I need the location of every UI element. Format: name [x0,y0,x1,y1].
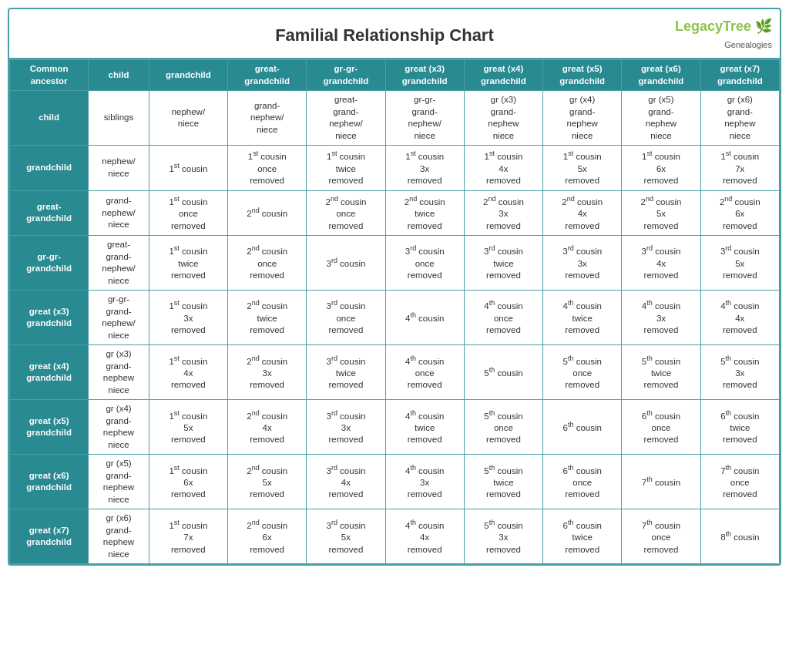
cell: 1st cousin5xremoved [149,400,227,455]
relationship-table: Commonancestor child grandchild great-gr… [9,59,780,564]
cell: gr (x6)grand-nephewniece [89,509,149,564]
cell: 5th cousintwiceremoved [464,455,542,509]
cell: 1st cousin6xremoved [149,455,227,509]
cell: 1st cousin5xremoved [543,146,622,190]
header-row: Commonancestor child grandchild great-gr… [10,60,780,91]
cell: 1st cousin6xremoved [622,146,700,190]
chart-header: Familial Relationship Chart LegacyTree 🌿… [9,9,780,59]
cell: 3rd cousin4xremoved [307,455,385,509]
col-header-great-x6: great (x6)grandchild [622,60,700,91]
cell: gr (x5)grand-nephewniece [89,455,149,509]
row-header: great-grandchild [10,190,89,235]
cell: 5th cousin3xremoved [700,345,779,400]
table-row: gr-gr-grandchildgreat-grand-nephew/niece… [10,236,780,291]
cell: 1st cousintwiceremoved [307,146,385,190]
row-header: great (x4)grandchild [10,345,89,400]
logo-text: LegacyTree 🌿Genealogies [675,18,772,51]
cell: nephew/niece [89,146,149,190]
cell: siblings [89,91,149,146]
cell: 4th cousintwiceremoved [543,291,622,345]
table-row: great (x3)grandchildgr-gr-grand-nephew/n… [10,291,780,345]
cell: 3rd cousin3xremoved [543,236,622,291]
cell: 6th cousintwiceremoved [543,509,622,564]
cell: 4th cousin4xremoved [700,291,779,345]
cell: 2nd cousin6xremoved [228,509,307,564]
col-header-child: child [89,60,149,91]
cell: 2nd cousinonceremoved [307,190,385,235]
cell: 2nd cousin5xremoved [622,190,700,235]
cell: 1st cousin4xremoved [149,345,227,400]
cell: 5th cousinonceremoved [464,400,542,455]
cell: 3rd cousin5xremoved [700,236,779,291]
cell: gr-gr-grand-nephew/niece [89,291,149,345]
cell: 1st cousinonceremoved [149,190,227,235]
col-header-great-grandchild: great-grandchild [228,60,307,91]
cell: 7th cousin [622,455,700,509]
cell: 3rd cousin4xremoved [622,236,700,291]
cell: 2nd cousin5xremoved [228,455,307,509]
cell: 3rd cousin3xremoved [307,400,385,455]
col-header-ancestor: Commonancestor [10,60,89,91]
col-header-grandchild: grandchild [149,60,227,91]
cell: 2nd cousintwiceremoved [385,190,464,235]
cell: 3rd cousinonceremoved [307,291,385,345]
cell: 3rd cousintwiceremoved [464,236,542,291]
chart-title: Familial Relationship Chart [94,25,675,45]
cell: 4th cousin4xremoved [385,509,464,564]
table-row: great (x4)grandchildgr (x3)grand-nephewn… [10,345,780,400]
table-row: childsiblingsnephew/niecegrand-nephew/ni… [10,91,780,146]
row-header: great (x5)grandchild [10,400,89,455]
row-header: great (x3)grandchild [10,291,89,345]
chart-wrapper: Familial Relationship Chart LegacyTree 🌿… [8,8,781,566]
cell: 5th cousin [464,345,542,400]
cell: 6th cousinonceremoved [543,455,622,509]
col-header-gr-gr-grandchild: gr-gr-grandchild [307,60,385,91]
cell: 3rd cousintwiceremoved [307,345,385,400]
cell: 4th cousinonceremoved [464,291,542,345]
cell: 7th cousinonceremoved [700,455,779,509]
col-header-great-x5: great (x5)grandchild [543,60,622,91]
cell: 8th cousin [700,509,779,564]
col-header-great-x3: great (x3)grandchild [385,60,464,91]
cell: 1st cousin3xremoved [385,146,464,190]
cell: 1st cousin4xremoved [464,146,542,190]
cell: gr (x6)grand-nephewniece [700,91,779,146]
cell: nephew/niece [149,91,227,146]
cell: 2nd cousin6xremoved [700,190,779,235]
cell: 1st cousintwiceremoved [149,236,227,291]
cell: 4th cousin3xremoved [622,291,700,345]
table-row: grandchildnephew/niece1st cousin1st cous… [10,146,780,190]
table-row: great (x5)grandchildgr (x4)grand-nephewn… [10,400,780,455]
cell: grand-nephew/niece [228,91,307,146]
cell: 1st cousinonceremoved [228,146,307,190]
cell: 2nd cousin [228,190,307,235]
row-header: great (x7)grandchild [10,509,89,564]
table-row: great (x6)grandchildgr (x5)grand-nephewn… [10,455,780,509]
cell: 4th cousin [385,291,464,345]
cell: 1st cousin3xremoved [149,291,227,345]
cell: 4th cousintwiceremoved [385,400,464,455]
cell: 1st cousin [149,146,227,190]
row-header: grandchild [10,146,89,190]
cell: gr (x5)grand-nephewniece [622,91,700,146]
cell: 3rd cousin [307,236,385,291]
cell: 2nd cousin4xremoved [543,190,622,235]
cell: gr (x3)grand-nephewniece [89,345,149,400]
cell: 5th cousinonceremoved [543,345,622,400]
cell: 2nd cousinonceremoved [228,236,307,291]
cell: grand-nephew/niece [89,190,149,235]
cell: 5th cousin3xremoved [464,509,542,564]
cell: 2nd cousin3xremoved [228,345,307,400]
cell: 2nd cousin4xremoved [228,400,307,455]
cell: 2nd cousin3xremoved [464,190,542,235]
row-header: great (x6)grandchild [10,455,89,509]
cell: 7th cousinonceremoved [622,509,700,564]
cell: great-grand-nephew/niece [307,91,385,146]
col-header-great-x7: great (x7)grandchild [700,60,779,91]
cell: 6th cousin [543,400,622,455]
cell: 1st cousin7xremoved [700,146,779,190]
table-row: great (x7)grandchildgr (x6)grand-nephewn… [10,509,780,564]
col-header-great-x4: great (x4)grandchild [464,60,542,91]
cell: 6th cousinonceremoved [622,400,700,455]
cell: gr (x4)grand-nephewniece [89,400,149,455]
